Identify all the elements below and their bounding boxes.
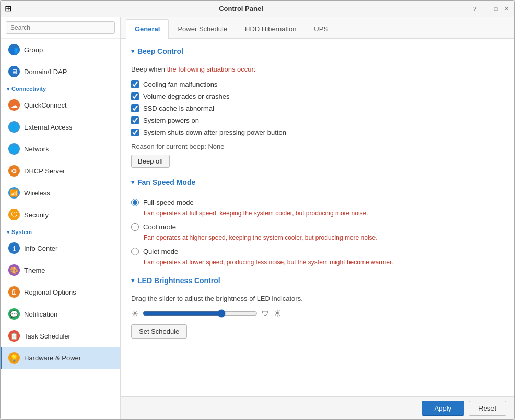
sidebar: 👥Group🖥Domain/LDAPConnectivity☁QuickConn… (1, 17, 121, 419)
sidebar-item-domain[interactable]: 🖥Domain/LDAP (1, 61, 120, 83)
radio-cool[interactable] (131, 223, 139, 231)
sidebar-label-info: Info Center (24, 244, 57, 252)
fan-speed-section: Fan Speed Mode Full-speed modeFan operat… (131, 178, 504, 266)
content-area: 👥Group🖥Domain/LDAPConnectivity☁QuickConn… (1, 17, 514, 419)
checkbox-fan[interactable] (131, 80, 139, 88)
external-icon: 🌐 (8, 121, 20, 133)
group-icon: 👥 (8, 44, 20, 55)
dhcp-icon: ⚙ (8, 165, 20, 177)
checkbox-power_off[interactable] (131, 129, 139, 136)
sun-bright-icon: ☀ (273, 308, 282, 319)
search-input[interactable] (6, 21, 115, 34)
sidebar-label-domain: Domain/LDAP (24, 68, 67, 76)
sidebar-label-group: Group (24, 46, 43, 54)
sidebar-section-system_section: System (1, 226, 120, 237)
radio-row-cool: Cool mode (131, 221, 504, 233)
footer: Apply Reset (121, 396, 514, 419)
tabs-bar: GeneralPower ScheduleHDD HibernationUPS (121, 17, 514, 39)
brightness-slider[interactable] (143, 309, 258, 318)
sidebar-item-external[interactable]: 🌐External Access (1, 116, 120, 138)
reason-text: Reason for current beep: None (131, 143, 504, 150)
sidebar-item-wireless[interactable]: 📶Wireless (1, 182, 120, 204)
sidebar-label-regional: Regional Options (24, 288, 76, 296)
tab-general[interactable]: General (126, 19, 169, 39)
sidebar-label-hw: Hardware & Power (24, 354, 81, 362)
checkbox-row-volume: Volume degrades or crashes (131, 90, 504, 102)
checkbox-ssd[interactable] (131, 104, 139, 112)
radio-label-full: Full-speed mode (143, 199, 194, 206)
domain-icon: 🖥 (8, 66, 20, 77)
sidebar-label-task: Task Scheduler (24, 332, 71, 340)
radio-quiet[interactable] (131, 248, 139, 255)
sidebar-label-network: Network (24, 145, 49, 153)
close-button[interactable]: ✕ (502, 5, 510, 13)
sidebar-item-group[interactable]: 👥Group (1, 39, 120, 61)
security-icon: 🛡 (8, 209, 20, 220)
tab-hdd[interactable]: HDD Hibernation (236, 19, 305, 38)
sidebar-label-dhcp: DHCP Server (24, 167, 65, 175)
reset-button[interactable]: Reset (469, 401, 506, 416)
task-icon: 📋 (8, 330, 20, 342)
sidebar-item-hw[interactable]: 💡Hardware & Power (1, 347, 120, 369)
sidebar-item-info[interactable]: ℹInfo Center (1, 237, 120, 259)
radio-desc-quiet: Fan operates at lower speed, producing l… (144, 259, 504, 266)
restore-button[interactable]: □ (491, 5, 500, 13)
sidebar-label-external: External Access (24, 123, 73, 131)
main-content: Beep Control Beep when the following sit… (121, 39, 514, 396)
hw-icon: 💡 (8, 352, 20, 364)
title-bar: ⊞ Control Panel ? ─ □ ✕ (1, 1, 514, 17)
sidebar-item-dhcp[interactable]: ⚙DHCP Server (1, 160, 120, 182)
main-window: ⊞ Control Panel ? ─ □ ✕ 👥Group🖥Domain/LD… (0, 0, 515, 420)
checkbox-volume[interactable] (131, 92, 139, 100)
checkbox-label-power_off: System shuts down after pressing power b… (143, 129, 286, 136)
info-icon: ℹ (8, 242, 20, 254)
set-schedule-button[interactable]: Set Schedule (131, 324, 187, 339)
app-icon: ⊞ (5, 4, 11, 14)
theme-icon: 🎨 (8, 264, 20, 276)
sidebar-label-quickconnect: QuickConnect (24, 101, 67, 109)
window-controls: ? ─ □ ✕ (471, 5, 510, 13)
radio-full[interactable] (131, 199, 139, 206)
checkbox-power_on[interactable] (131, 116, 139, 124)
minimize-button[interactable]: ─ (481, 5, 489, 13)
tab-power[interactable]: Power Schedule (169, 19, 236, 38)
sidebar-item-network[interactable]: 🌐Network (1, 138, 120, 160)
slider-row: ☀ 🛡 ☀ (131, 308, 504, 319)
sidebar-item-theme[interactable]: 🎨Theme (1, 259, 120, 281)
radio-desc-full: Fan operates at full speed, keeping the … (144, 209, 504, 217)
radio-desc-cool: Fan operates at higher speed, keeping th… (144, 234, 504, 241)
sidebar-item-quickconnect[interactable]: ☁QuickConnect (1, 94, 120, 116)
sidebar-item-security[interactable]: 🛡Security (1, 204, 120, 226)
quickconnect-icon: ☁ (8, 99, 20, 111)
network-icon: 🌐 (8, 143, 20, 155)
checkbox-label-ssd: SSD cache is abnormal (143, 104, 214, 112)
fan-modes: Full-speed modeFan operates at full spee… (131, 196, 504, 266)
sun-dim-icon: ☀ (131, 309, 138, 319)
sidebar-item-notification[interactable]: 💬Notification (1, 303, 120, 325)
sidebar-item-task[interactable]: 📋Task Scheduler (1, 325, 120, 347)
sidebar-label-theme: Theme (24, 266, 45, 274)
checkbox-label-volume: Volume degrades or crashes (143, 92, 229, 100)
checkbox-row-power_on: System powers on (131, 114, 504, 126)
wireless-icon: 📶 (8, 187, 20, 199)
led-section: LED Brightness Control Drag the slider t… (131, 276, 504, 339)
notification-icon: 💬 (8, 308, 20, 320)
led-desc: Drag the slider to adjust the brightness… (131, 295, 504, 302)
radio-label-quiet: Quiet mode (143, 248, 178, 255)
help-button[interactable]: ? (471, 5, 479, 13)
beep-control-section: Beep Control Beep when the following sit… (131, 47, 504, 168)
sidebar-item-regional[interactable]: 🗓Regional Options (1, 281, 120, 303)
sidebar-label-notification: Notification (24, 310, 57, 318)
title-bar-left: ⊞ (5, 4, 11, 14)
search-container (1, 17, 120, 39)
fan-speed-header: Fan Speed Mode (131, 178, 504, 190)
shield-brightness-icon: 🛡 (262, 309, 269, 318)
beep-off-button[interactable]: Beep off (131, 155, 170, 168)
beep-desc-highlight: the following situations occur: (167, 65, 256, 73)
tab-ups[interactable]: UPS (305, 19, 337, 38)
sidebar-section-connectivity_section: Connectivity (1, 83, 120, 94)
radio-row-full: Full-speed mode (131, 196, 504, 208)
main-panel: GeneralPower ScheduleHDD HibernationUPS … (121, 17, 514, 419)
apply-button[interactable]: Apply (422, 401, 465, 416)
checkbox-label-power_on: System powers on (143, 116, 199, 124)
